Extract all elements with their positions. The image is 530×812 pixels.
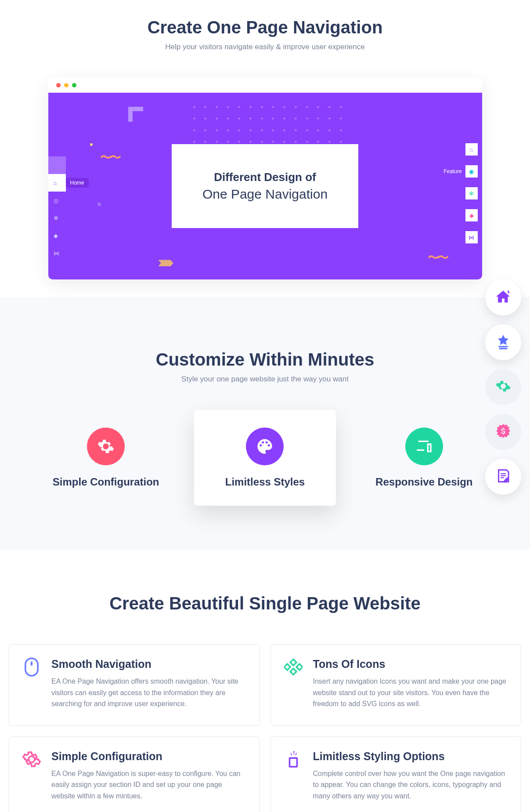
float-nav-star-underline[interactable] <box>485 324 521 360</box>
demo-nav-item[interactable]: Feature◉ <box>465 165 478 178</box>
feature-card[interactable]: Simple Configuration <box>35 410 177 506</box>
nav-icon: ✻ <box>469 190 474 197</box>
demo-nav-item[interactable]: ✻ <box>48 209 66 227</box>
window-minimize-icon <box>64 83 69 87</box>
nav-icon: ⋈ <box>54 250 59 257</box>
nav-icon: ◉ <box>469 168 474 175</box>
hero-title-2: One Page Navigation <box>202 187 328 202</box>
gear-icon <box>22 750 41 768</box>
info-card-desc: EA One Page Navigation is super-easy to … <box>51 768 246 802</box>
info-card-title: Simple Configuration <box>51 750 246 763</box>
hero-card: Different Design of One Page Navigation <box>172 144 358 228</box>
gear-icon <box>87 428 125 465</box>
demo-nav-item[interactable]: ◆ <box>48 227 66 244</box>
info-card: Limitless Styling Options Complete contr… <box>270 736 522 812</box>
demo-nav-item[interactable]: ◎ <box>48 192 66 209</box>
section-navigation: Create One Page Navigation Help your vis… <box>0 0 530 297</box>
info-card: Tons Of Icons Insert any navigation Icon… <box>270 644 522 726</box>
info-card: Simple Configuration EA One Page Navigat… <box>9 736 260 812</box>
nav-icon: ◆ <box>469 212 474 219</box>
plant-icon <box>284 750 303 768</box>
info-card-desc: EA One Page Navigation offers smooth nav… <box>51 676 246 710</box>
demo-nav-item[interactable]: ◆ <box>465 209 478 221</box>
info-card-title: Smooth Navigation <box>51 658 246 671</box>
devices-icon <box>405 428 443 465</box>
star-underline-icon <box>495 334 511 351</box>
window-maximize-icon <box>72 83 76 87</box>
float-nav-note-edit[interactable] <box>485 459 521 495</box>
demo-nav-item[interactable]: ⋈ <box>48 244 66 262</box>
note-edit-icon <box>495 468 511 486</box>
feature-title: Limitless Styles <box>203 476 327 488</box>
svg-rect-0 <box>499 346 508 348</box>
hero-title-1: Different Design of <box>202 170 328 184</box>
feature-row: Simple Configuration Limitless Styles Re… <box>35 410 495 506</box>
window-close-icon <box>56 83 61 87</box>
browser-mock: 〜〜 〜〜 ››››››› Different Design of One Pa… <box>48 78 482 279</box>
demo-left-nav: ⌂Home◎✻◆⋈ <box>48 174 66 262</box>
zigzag-icon: 〜〜 <box>100 150 119 165</box>
zigzag-icon: 〜〜 <box>428 250 447 265</box>
feature-card[interactable]: Limitless Styles <box>194 410 335 506</box>
nav-icon: ✻ <box>54 215 58 221</box>
section1-sub: Help your visitors navigate easily & imp… <box>35 43 495 51</box>
svg-rect-2 <box>25 658 38 676</box>
nav-label: Feature <box>443 168 461 174</box>
info-card: Smooth Navigation EA One Page Navigation… <box>9 644 260 726</box>
demo-nav-item[interactable]: ✻ <box>465 187 478 199</box>
nav-icon: ⌂ <box>470 146 473 153</box>
svg-rect-3 <box>31 661 32 666</box>
svg-rect-4 <box>289 758 297 767</box>
section3-heading: Create Beautiful Single Page Website <box>9 594 521 613</box>
nav-icon: ⌂ <box>54 180 57 186</box>
feature-title: Responsive Design <box>362 476 486 488</box>
nav-highlight <box>48 156 66 174</box>
corner-icon <box>128 107 143 122</box>
info-card-desc: Insert any navigation Icons you want and… <box>313 676 508 710</box>
home-icon <box>495 289 511 306</box>
floating-nav <box>485 279 521 495</box>
info-cards-grid: Smooth Navigation EA One Page Navigation… <box>9 644 521 812</box>
nav-icon: ◆ <box>54 232 58 239</box>
circle-icon <box>97 203 101 206</box>
section2-sub: Style your one page website just the way… <box>35 375 495 384</box>
mouse-icon <box>22 658 41 676</box>
hero-area: 〜〜 〜〜 ››››››› Different Design of One Pa… <box>48 93 482 279</box>
gear-check-icon <box>495 378 511 396</box>
section2-heading: Customize Within Minutes <box>35 350 495 370</box>
demo-nav-item[interactable]: ⌂Home <box>48 174 66 192</box>
demo-right-nav: ⌂Feature◉✻◆⋈ <box>465 143 478 253</box>
float-nav-gear-check[interactable] <box>485 369 521 405</box>
badge-dollar-icon <box>495 423 511 441</box>
feature-title: Simple Configuration <box>44 476 168 488</box>
info-card-title: Tons Of Icons <box>313 658 508 671</box>
float-nav-home[interactable] <box>485 279 521 315</box>
section-customize: Customize Within Minutes Style your one … <box>0 297 530 550</box>
palette-icon <box>246 428 284 465</box>
demo-nav-item[interactable]: ⌂ <box>465 143 478 156</box>
browser-traffic-lights <box>48 78 482 93</box>
circle-icon <box>90 143 93 146</box>
float-nav-badge-dollar[interactable] <box>485 414 521 450</box>
svg-rect-1 <box>499 348 507 349</box>
feature-card[interactable]: Responsive Design <box>353 410 495 506</box>
info-card-desc: Complete control over how you want the O… <box>313 768 508 802</box>
section-usecase: Create Beautiful Single Page Website Smo… <box>0 550 530 812</box>
section1-heading: Create One Page Navigation <box>35 18 495 37</box>
info-card-title: Limitless Styling Options <box>313 750 508 763</box>
diamonds-icon <box>284 658 303 676</box>
nav-label: Home <box>66 178 89 188</box>
nav-icon: ⋈ <box>469 234 474 241</box>
chevrons-icon: ››››››› <box>158 253 170 272</box>
demo-nav-item[interactable]: ⋈ <box>465 231 478 243</box>
nav-icon: ◎ <box>54 197 58 204</box>
